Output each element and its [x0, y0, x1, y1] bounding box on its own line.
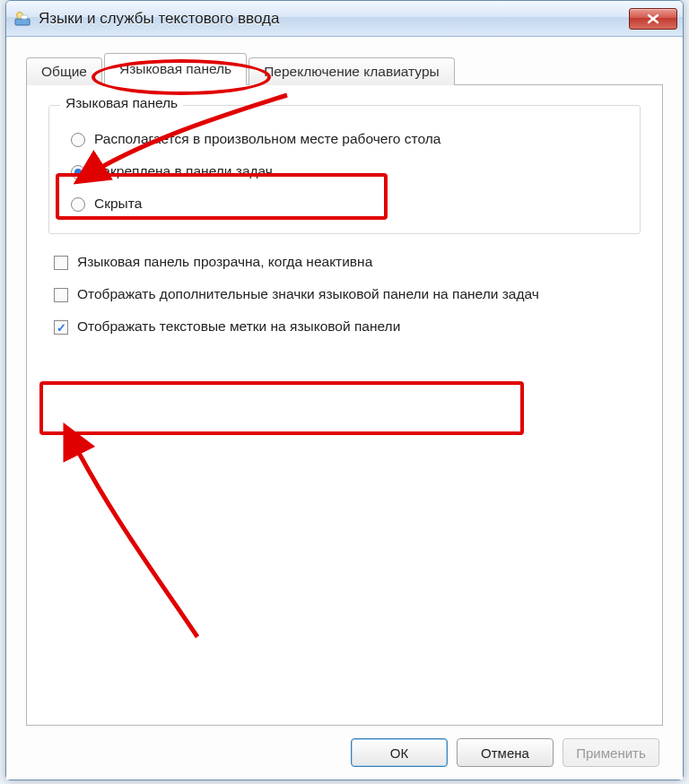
checkbox-label: Отображать текстовые метки на языковой п…	[77, 318, 400, 335]
checkbox-label: Отображать дополнительные значки языково…	[77, 286, 539, 302]
tab-label: Языковая панель	[119, 61, 231, 76]
cancel-button[interactable]: Отмена	[457, 738, 554, 767]
dialog-window: Языки и службы текстового ввода Общие Яз…	[5, 0, 684, 780]
radio-float-row[interactable]: Располагается в произвольном месте рабоч…	[71, 131, 624, 147]
checkbox-label: Языковая панель прозрачна, когда неактив…	[77, 254, 372, 270]
check-text-labels-row[interactable]: Отображать текстовые метки на языковой п…	[54, 318, 641, 335]
radio-label: Располагается в произвольном месте рабоч…	[94, 131, 440, 147]
radio-label: Закреплена в панели задач	[94, 163, 273, 179]
button-label: ОК	[390, 745, 408, 761]
button-label: Применить	[576, 745, 646, 761]
radio-label: Скрыта	[94, 196, 142, 212]
language-bar-fieldset: Языковая панель Располагается в произвол…	[48, 105, 641, 234]
svg-point-2	[21, 14, 28, 18]
tab-language-bar[interactable]: Языковая панель	[104, 53, 247, 85]
ok-button[interactable]: ОК	[351, 738, 448, 767]
radio-hidden-row[interactable]: Скрыта	[71, 196, 624, 212]
dialog-buttons: ОК Отмена Применить	[26, 726, 663, 767]
tab-label: Переключение клавиатуры	[264, 64, 440, 79]
window-title: Языки и службы текстового ввода	[39, 10, 629, 28]
svg-rect-0	[15, 19, 30, 25]
close-button[interactable]	[629, 8, 677, 30]
fieldset-legend: Языковая панель	[60, 95, 183, 111]
button-label: Отмена	[481, 745, 529, 761]
tab-strip: Общие Языковая панель Переключение клави…	[26, 53, 663, 85]
radio-icon	[71, 165, 85, 179]
check-transparent-row[interactable]: Языковая панель прозрачна, когда неактив…	[54, 254, 641, 270]
check-extra-icons-row[interactable]: Отображать дополнительные значки языково…	[54, 286, 641, 302]
titlebar: Языки и службы текстового ввода	[6, 1, 683, 37]
tab-panel: Языковая панель Располагается в произвол…	[26, 84, 663, 726]
tab-label: Общие	[41, 64, 87, 79]
apply-button: Применить	[563, 738, 659, 767]
checkbox-icon	[54, 320, 68, 335]
app-icon	[13, 10, 31, 28]
tab-general[interactable]: Общие	[26, 57, 102, 85]
checkbox-icon	[54, 256, 68, 270]
tab-hotkeys[interactable]: Переключение клавиатуры	[249, 57, 455, 85]
checkbox-icon	[54, 288, 68, 302]
close-icon	[647, 13, 659, 24]
dialog-body: Общие Языковая панель Переключение клави…	[6, 37, 683, 780]
radio-dock-row[interactable]: Закреплена в панели задач	[71, 163, 624, 179]
radio-icon	[71, 197, 85, 212]
radio-icon	[71, 133, 85, 147]
